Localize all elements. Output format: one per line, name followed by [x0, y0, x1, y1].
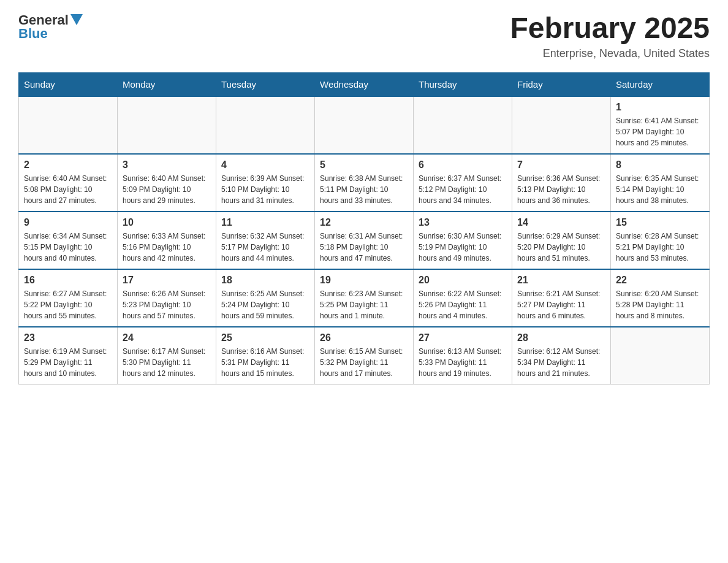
day-info: Sunrise: 6:17 AM Sunset: 5:30 PM Dayligh…	[123, 346, 211, 379]
page-subtitle: Enterprise, Nevada, United States	[510, 47, 710, 60]
day-info: Sunrise: 6:35 AM Sunset: 5:14 PM Dayligh…	[616, 173, 704, 206]
day-info: Sunrise: 6:29 AM Sunset: 5:20 PM Dayligh…	[517, 231, 605, 264]
day-info: Sunrise: 6:33 AM Sunset: 5:16 PM Dayligh…	[123, 231, 211, 264]
day-info: Sunrise: 6:19 AM Sunset: 5:29 PM Dayligh…	[24, 346, 112, 379]
calendar-header-monday: Monday	[118, 72, 216, 96]
calendar-cell: 22Sunrise: 6:20 AM Sunset: 5:28 PM Dayli…	[611, 269, 710, 327]
day-info: Sunrise: 6:40 AM Sunset: 5:08 PM Dayligh…	[24, 173, 112, 206]
calendar-week-row: 1Sunrise: 6:41 AM Sunset: 5:07 PM Daylig…	[19, 96, 710, 154]
calendar-cell: 3Sunrise: 6:40 AM Sunset: 5:09 PM Daylig…	[118, 154, 216, 212]
day-info: Sunrise: 6:37 AM Sunset: 5:12 PM Dayligh…	[419, 173, 507, 206]
logo-triangle-icon	[70, 14, 83, 28]
calendar-cell: 14Sunrise: 6:29 AM Sunset: 5:20 PM Dayli…	[512, 212, 611, 269]
day-number: 18	[221, 275, 309, 286]
calendar-cell: 12Sunrise: 6:31 AM Sunset: 5:18 PM Dayli…	[315, 212, 414, 269]
day-number: 7	[517, 159, 605, 170]
day-info: Sunrise: 6:25 AM Sunset: 5:24 PM Dayligh…	[221, 288, 309, 321]
day-info: Sunrise: 6:13 AM Sunset: 5:33 PM Dayligh…	[419, 346, 507, 379]
svg-marker-0	[70, 14, 83, 25]
day-number: 11	[221, 217, 309, 228]
calendar-cell	[216, 96, 315, 154]
day-info: Sunrise: 6:26 AM Sunset: 5:23 PM Dayligh…	[123, 288, 211, 321]
calendar-header-row: SundayMondayTuesdayWednesdayThursdayFrid…	[19, 72, 710, 96]
calendar-cell: 28Sunrise: 6:12 AM Sunset: 5:34 PM Dayli…	[512, 327, 611, 385]
calendar-cell: 23Sunrise: 6:19 AM Sunset: 5:29 PM Dayli…	[19, 327, 118, 385]
day-number: 16	[24, 275, 112, 286]
calendar-header-thursday: Thursday	[414, 72, 512, 96]
day-number: 23	[24, 332, 112, 343]
calendar-cell: 19Sunrise: 6:23 AM Sunset: 5:25 PM Dayli…	[315, 269, 414, 327]
day-number: 12	[320, 217, 408, 228]
page-header: General Blue February 2025 Enterprise, N…	[18, 12, 710, 60]
day-info: Sunrise: 6:41 AM Sunset: 5:07 PM Dayligh…	[616, 115, 704, 148]
calendar-cell: 9Sunrise: 6:34 AM Sunset: 5:15 PM Daylig…	[19, 212, 118, 269]
day-info: Sunrise: 6:36 AM Sunset: 5:13 PM Dayligh…	[517, 173, 605, 206]
page-title: February 2025	[510, 12, 710, 45]
title-block: February 2025 Enterprise, Nevada, United…	[510, 12, 710, 60]
day-number: 1	[616, 102, 704, 113]
day-info: Sunrise: 6:38 AM Sunset: 5:11 PM Dayligh…	[320, 173, 408, 206]
day-number: 2	[24, 159, 112, 170]
calendar-cell: 27Sunrise: 6:13 AM Sunset: 5:33 PM Dayli…	[414, 327, 512, 385]
day-number: 26	[320, 332, 408, 343]
calendar-header-tuesday: Tuesday	[216, 72, 315, 96]
day-number: 27	[419, 332, 507, 343]
calendar-week-row: 2Sunrise: 6:40 AM Sunset: 5:08 PM Daylig…	[19, 154, 710, 212]
day-info: Sunrise: 6:12 AM Sunset: 5:34 PM Dayligh…	[517, 346, 605, 379]
calendar-cell: 20Sunrise: 6:22 AM Sunset: 5:26 PM Dayli…	[414, 269, 512, 327]
day-info: Sunrise: 6:40 AM Sunset: 5:09 PM Dayligh…	[123, 173, 211, 206]
day-info: Sunrise: 6:30 AM Sunset: 5:19 PM Dayligh…	[419, 231, 507, 264]
day-number: 4	[221, 159, 309, 170]
calendar-header-sunday: Sunday	[19, 72, 118, 96]
calendar-cell: 5Sunrise: 6:38 AM Sunset: 5:11 PM Daylig…	[315, 154, 414, 212]
calendar-cell	[512, 96, 611, 154]
day-number: 28	[517, 332, 605, 343]
calendar-week-row: 9Sunrise: 6:34 AM Sunset: 5:15 PM Daylig…	[19, 212, 710, 269]
calendar-cell: 21Sunrise: 6:21 AM Sunset: 5:27 PM Dayli…	[512, 269, 611, 327]
calendar-cell: 16Sunrise: 6:27 AM Sunset: 5:22 PM Dayli…	[19, 269, 118, 327]
calendar-cell: 13Sunrise: 6:30 AM Sunset: 5:19 PM Dayli…	[414, 212, 512, 269]
day-info: Sunrise: 6:22 AM Sunset: 5:26 PM Dayligh…	[419, 288, 507, 321]
calendar-cell: 11Sunrise: 6:32 AM Sunset: 5:17 PM Dayli…	[216, 212, 315, 269]
day-info: Sunrise: 6:39 AM Sunset: 5:10 PM Dayligh…	[221, 173, 309, 206]
calendar-cell: 15Sunrise: 6:28 AM Sunset: 5:21 PM Dayli…	[611, 212, 710, 269]
calendar-cell: 4Sunrise: 6:39 AM Sunset: 5:10 PM Daylig…	[216, 154, 315, 212]
day-info: Sunrise: 6:23 AM Sunset: 5:25 PM Dayligh…	[320, 288, 408, 321]
day-info: Sunrise: 6:34 AM Sunset: 5:15 PM Dayligh…	[24, 231, 112, 264]
calendar-cell: 17Sunrise: 6:26 AM Sunset: 5:23 PM Dayli…	[118, 269, 216, 327]
day-number: 5	[320, 159, 408, 170]
calendar-cell: 2Sunrise: 6:40 AM Sunset: 5:08 PM Daylig…	[19, 154, 118, 212]
day-number: 13	[419, 217, 507, 228]
calendar-cell: 25Sunrise: 6:16 AM Sunset: 5:31 PM Dayli…	[216, 327, 315, 385]
calendar-cell: 8Sunrise: 6:35 AM Sunset: 5:14 PM Daylig…	[611, 154, 710, 212]
calendar-cell: 18Sunrise: 6:25 AM Sunset: 5:24 PM Dayli…	[216, 269, 315, 327]
calendar-header-friday: Friday	[512, 72, 611, 96]
day-number: 8	[616, 159, 704, 170]
calendar-cell: 24Sunrise: 6:17 AM Sunset: 5:30 PM Dayli…	[118, 327, 216, 385]
day-number: 19	[320, 275, 408, 286]
calendar-cell: 7Sunrise: 6:36 AM Sunset: 5:13 PM Daylig…	[512, 154, 611, 212]
day-info: Sunrise: 6:21 AM Sunset: 5:27 PM Dayligh…	[517, 288, 605, 321]
calendar-cell: 10Sunrise: 6:33 AM Sunset: 5:16 PM Dayli…	[118, 212, 216, 269]
calendar-header-wednesday: Wednesday	[315, 72, 414, 96]
logo: General Blue	[18, 12, 83, 42]
day-number: 20	[419, 275, 507, 286]
calendar-week-row: 16Sunrise: 6:27 AM Sunset: 5:22 PM Dayli…	[19, 269, 710, 327]
day-number: 6	[419, 159, 507, 170]
day-info: Sunrise: 6:32 AM Sunset: 5:17 PM Dayligh…	[221, 231, 309, 264]
logo-blue-text: Blue	[18, 26, 48, 42]
calendar-week-row: 23Sunrise: 6:19 AM Sunset: 5:29 PM Dayli…	[19, 327, 710, 385]
calendar-cell	[19, 96, 118, 154]
day-info: Sunrise: 6:28 AM Sunset: 5:21 PM Dayligh…	[616, 231, 704, 264]
day-number: 10	[123, 217, 211, 228]
day-info: Sunrise: 6:31 AM Sunset: 5:18 PM Dayligh…	[320, 231, 408, 264]
day-number: 22	[616, 275, 704, 286]
calendar-cell	[118, 96, 216, 154]
day-number: 25	[221, 332, 309, 343]
calendar-cell	[414, 96, 512, 154]
calendar-cell	[611, 327, 710, 385]
day-number: 15	[616, 217, 704, 228]
day-info: Sunrise: 6:16 AM Sunset: 5:31 PM Dayligh…	[221, 346, 309, 379]
calendar-cell: 1Sunrise: 6:41 AM Sunset: 5:07 PM Daylig…	[611, 96, 710, 154]
day-number: 17	[123, 275, 211, 286]
